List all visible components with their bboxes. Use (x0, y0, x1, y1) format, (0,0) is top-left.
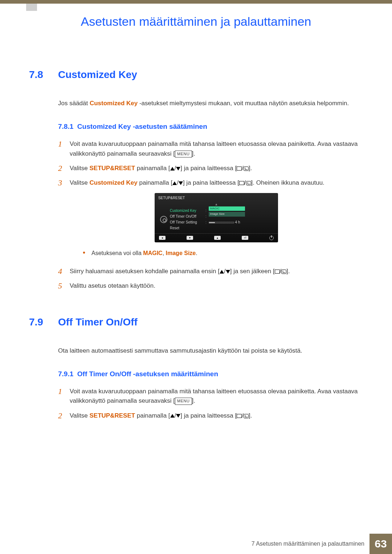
osd-button-row: ◂ ▾ ▴ ⏎ (155, 233, 278, 240)
step-body: Valitse Customized Key painamalla [/] ja… (70, 178, 363, 262)
osd-label: Customized Key (170, 208, 203, 214)
page-number: 63 (369, 534, 392, 554)
step-number: 3 (58, 178, 70, 262)
text: Valitse (70, 165, 90, 172)
osd-label: Off Timer On/Off (170, 214, 203, 219)
up-arrow-icon (220, 270, 224, 274)
step-body: Voit avata kuvaruutuoppaan painamalla mi… (70, 139, 363, 159)
image-size-term: Image Size (166, 250, 196, 256)
text: painamalla [ (135, 412, 170, 419)
enter-icon (246, 181, 251, 185)
osd-gear-icon (158, 208, 170, 231)
text: Voit avata kuvaruutuoppaan painamalla mi… (70, 388, 358, 404)
source-icon (237, 414, 242, 418)
text: ]. (249, 412, 252, 419)
osd-value: 4 h (209, 219, 275, 225)
source-icon (239, 181, 244, 185)
section-7-8: 7.8 Customized Key Jos säädät Customized… (29, 69, 363, 291)
down-arrow-icon (176, 414, 180, 418)
section-number: 7.9 (29, 316, 58, 328)
osd-left-icon: ◂ (159, 236, 166, 240)
osd-up-icon: ▴ (214, 236, 221, 240)
osd-down-icon: ▾ (187, 236, 193, 240)
step-body: Siirry haluamasi asetuksen kohdalle pain… (70, 267, 363, 276)
step-1: 1 Voit avata kuvaruutuoppaan painamalla … (58, 387, 363, 406)
text: Voit avata kuvaruutuoppaan painamalla mi… (70, 140, 358, 157)
text: ] ja paina laitteessa [ (180, 165, 237, 172)
osd-row-reset: Reset (170, 225, 275, 231)
step-number: 4 (58, 267, 70, 276)
source-icon (275, 270, 280, 274)
menu-button-icon: MENU (175, 398, 192, 405)
down-arrow-icon (176, 167, 180, 171)
text: ]. (192, 397, 195, 404)
step-body: Valittu asetus otetaan käyttöön. (70, 281, 363, 291)
osd-enter-icon: ⏎ (242, 236, 248, 240)
subsection-number: 7.9.1 (58, 370, 73, 378)
text: Valitse (70, 412, 90, 419)
bullet-list: • Asetuksena voi olla MAGIC, Image Size. (83, 249, 363, 258)
section-heading: 7.9 Off Timer On/Off (29, 316, 363, 328)
osd-menu: Customized Key : MAGIC Image Size Off Ti… (170, 208, 275, 231)
text: Asetuksena voi olla (91, 250, 143, 256)
enter-icon (244, 167, 249, 171)
section-title: Customized Key (58, 69, 137, 81)
step-5: 5 Valittu asetus otetaan käyttöön. (58, 281, 363, 291)
text: ] ja paina laitteessa [ (180, 412, 237, 419)
text: ] ja paina laitteessa [ (183, 179, 239, 186)
step-number: 1 (58, 387, 70, 406)
subsection-heading: 7.9.1 Off Timer On/Off -asetuksen määrit… (58, 370, 363, 378)
osd-title: SETUP&RESET (155, 193, 278, 202)
text: ] ja sen jälkeen [ (230, 268, 275, 275)
down-arrow-icon (226, 270, 230, 274)
text: ]. (286, 268, 290, 275)
up-arrow-icon (172, 181, 177, 185)
bullet-text: Asetuksena voi olla MAGIC, Image Size. (91, 249, 197, 258)
tab-decoration (26, 4, 37, 11)
bullet-icon: • (83, 249, 91, 258)
subsection-heading: 7.8.1 Customized Key -asetusten säätämin… (58, 123, 363, 131)
subsection-number: 7.8.1 (58, 123, 73, 130)
text: ]. (249, 165, 252, 172)
step-body: Valitse SETUP&RESET painamalla [/] ja pa… (70, 411, 363, 420)
text: Siirry haluamasi asetuksen kohdalle pain… (70, 268, 220, 275)
down-arrow-icon (179, 181, 183, 185)
osd-value: MAGIC Image Size (209, 205, 275, 217)
osd-power-icon (269, 236, 274, 240)
section-intro: Ota laitteen automaattisesti sammuttava … (58, 346, 363, 356)
osd-label: Reset (170, 225, 203, 231)
steps-list: 1 Voit avata kuvaruutuoppaan painamalla … (58, 387, 363, 420)
step-number: 2 (58, 411, 70, 420)
bullet-item: • Asetuksena voi olla MAGIC, Image Size. (83, 249, 363, 258)
text: ]. Oheinen ikkuna avautuu. (251, 179, 324, 186)
step-1: 1 Voit avata kuvaruutuoppaan painamalla … (58, 139, 363, 159)
subsection-title: Off Timer On/Off -asetuksen määrittämine… (77, 370, 218, 378)
text: . (196, 250, 197, 256)
customized-key-term: Customized Key (90, 100, 138, 107)
step-number: 5 (58, 281, 70, 291)
text: painamalla [ (135, 165, 170, 172)
step-number: 1 (58, 139, 70, 159)
footer-chapter-label: 7 Asetusten määrittäminen ja palauttamin… (252, 534, 369, 554)
osd-timer-value: 4 h (235, 220, 240, 224)
step-3: 3 Valitse Customized Key painamalla [/] … (58, 178, 363, 262)
chapter-title: Asetusten määrittäminen ja palauttaminen (0, 15, 392, 29)
osd-magic-option: MAGIC (209, 206, 245, 211)
setup-reset-term: SETUP&RESET (90, 165, 135, 172)
step-body: Valitse SETUP&RESET painamalla [/] ja pa… (70, 164, 363, 173)
osd-slider (209, 222, 234, 223)
osd-imagesize-option: Image Size (209, 212, 245, 216)
text: Valitse (70, 179, 90, 186)
top-decoration-bar (0, 0, 392, 4)
colon: : (205, 214, 207, 219)
osd-screenshot: SETUP&RESET ▲ Customized Key : MAGIC (155, 193, 278, 242)
step-2: 2 Valitse SETUP&RESET painamalla [/] ja … (58, 411, 363, 420)
page-content: 7.8 Customized Key Jos säädät Customized… (29, 69, 363, 446)
osd-label: Off Timer Setting (170, 219, 203, 225)
text: -asetukset mieltymystesi mukaan, voit mu… (138, 100, 349, 107)
osd-body: Customized Key : MAGIC Image Size Off Ti… (155, 207, 278, 233)
up-arrow-icon (170, 414, 175, 418)
text: , (163, 250, 166, 256)
section-intro: Jos säädät Customized Key -asetukset mie… (58, 99, 363, 108)
setup-reset-term: SETUP&RESET (90, 412, 135, 419)
